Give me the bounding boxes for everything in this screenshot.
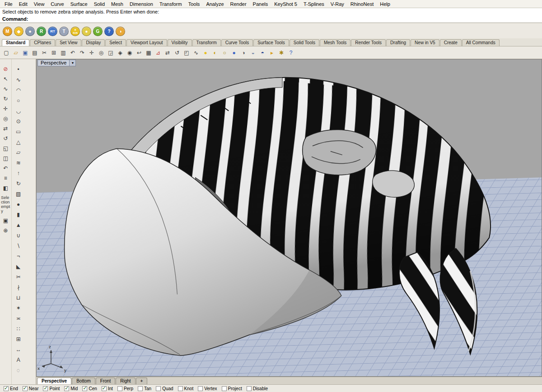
polyline-icon[interactable]: ∿ [13,75,24,85]
osnap-icon[interactable]: ⊕ [0,226,10,235]
osnap-int[interactable]: Int [102,386,113,391]
sphere-icon[interactable]: ● [13,199,24,209]
join-icon[interactable]: ⊔ [13,293,24,303]
curve-icon[interactable]: ◠ [13,85,24,95]
zoom-window-icon[interactable]: ◲ [106,48,115,57]
extrude-icon[interactable]: ↑ [13,168,24,178]
osnap-quad[interactable]: Quad [156,386,173,391]
menu-tsplines[interactable]: T-Splines [300,1,327,7]
sun-icon[interactable]: ☀SUN [70,27,80,36]
menu-file[interactable]: File [1,1,16,7]
redo-icon[interactable]: ↷ [78,48,87,57]
pan-view-icon[interactable]: ✛ [0,104,10,113]
checkbox-icon[interactable] [4,386,9,391]
menu-transform[interactable]: Transform [156,1,185,7]
car-icon[interactable]: ⊿ [154,48,163,57]
revolve-icon[interactable]: ↻ [13,179,24,189]
toolbar-tab-all-commands[interactable]: All Commands [462,39,500,46]
display-mode-icon[interactable]: ◧ [0,184,10,193]
cone-icon[interactable]: ▲ [13,220,24,230]
move-icon[interactable]: ⇄ [163,48,172,57]
flag-icon[interactable]: ▸ [267,48,276,57]
toolbar-tab-solid-tools[interactable]: Solid Tools [290,39,319,46]
copy-icon[interactable]: ⊞ [49,48,58,57]
polygon-icon[interactable]: △ [13,137,24,147]
ghosted-sphere-icon[interactable]: ◒ [248,48,257,57]
toolbar-tab-new-in-v5[interactable]: New in V5 [411,39,439,46]
scale-icon[interactable]: ◱ [0,144,10,153]
open-file-icon[interactable]: ▱ [11,48,20,57]
help-icon[interactable]: ? [286,48,295,57]
rectangle-icon[interactable]: ▭ [13,127,24,137]
tsplines-plugin-icon[interactable]: T [59,27,69,36]
boolean-union-icon[interactable]: ∪ [13,231,24,240]
undo-icon[interactable]: ↶ [0,164,10,173]
help-plugin-icon[interactable]: ? [104,27,114,36]
checkbox-icon[interactable] [117,386,122,391]
viewport-tab-right[interactable]: Right [116,378,135,384]
fillet-icon[interactable]: ¬ [13,251,24,261]
single-point-icon[interactable]: • [13,65,24,74]
toolbar-tab-select[interactable]: Select [105,39,126,46]
menu-panels[interactable]: Panels [250,1,271,7]
boolean-difference-icon[interactable]: ∖ [13,241,24,251]
bulb-half-icon[interactable]: ◐ [210,48,220,57]
gear-icon[interactable]: ✱ [277,48,286,57]
viewport-tab-bottom[interactable]: Bottom [72,378,95,384]
menu-help[interactable]: Help [377,1,393,7]
render-plugin-icon[interactable]: R [37,27,46,36]
bulb-on-icon[interactable]: ● [201,48,210,57]
osnap-perp[interactable]: Perp [117,386,133,391]
zoom-dynamic-icon[interactable]: ◎ [97,48,106,57]
menu-edit[interactable]: Edit [16,1,31,7]
cylinder-icon[interactable]: ▮ [13,210,24,220]
rhinoterrain-plugin-icon[interactable]: RT [48,27,57,36]
cancel-icon[interactable]: ⊘ [0,65,10,74]
viewport-menu-arrow-icon[interactable]: ▼ [69,60,75,66]
osnap-tan[interactable]: Tan [138,386,151,391]
viewport-tab-perspective[interactable]: Perspective [37,378,71,384]
array-icon[interactable]: ∷ [13,324,24,334]
osnap-vertex[interactable]: Vertex [198,386,217,391]
layers-icon[interactable]: ≡ [0,174,10,183]
mirror-icon[interactable]: ◫ [0,154,10,163]
checkbox-icon[interactable] [156,386,161,391]
arc-icon[interactable]: ◡ [13,106,24,116]
hide-icon[interactable]: ◌ [13,365,24,375]
perspective-viewport[interactable]: z y x Perspective ▼ [36,59,542,377]
rotate-view-icon[interactable]: ↻ [0,94,10,103]
toolbar-tab-curve-tools[interactable]: Curve Tools [221,39,253,46]
new-file-icon[interactable]: ▢ [2,48,11,57]
explode-icon[interactable]: ✶ [13,303,24,313]
toolbar-tab-mesh-tools[interactable]: Mesh Tools [320,39,350,46]
layout-grid-icon[interactable]: ▦ [144,48,153,57]
checkbox-icon[interactable] [102,386,107,391]
checkbox-icon[interactable] [222,386,227,391]
menu-tools[interactable]: Tools [185,1,203,7]
osnap-near[interactable]: Near [23,386,39,391]
bulb-off-icon[interactable]: ○ [220,48,229,57]
split-icon[interactable]: ∤ [13,282,24,292]
curve-point-icon[interactable]: ∿ [0,84,10,93]
checkbox-icon[interactable] [247,386,252,391]
menu-keyshot5[interactable]: KeyShot 5 [271,1,300,7]
rotate-icon[interactable]: ↺ [0,134,10,143]
chamfer-icon[interactable]: ◣ [13,262,24,272]
menu-view[interactable]: View [31,1,48,7]
checkbox-icon[interactable] [82,386,87,391]
surface-icon[interactable]: ▱ [13,148,24,157]
viewport-tab-front[interactable]: Front [96,378,115,384]
osnap-disable[interactable]: Disable [247,386,268,391]
command-input[interactable] [30,16,540,22]
menu-solid[interactable]: Solid [91,1,108,7]
pan-icon[interactable]: ✛ [87,48,96,57]
toolbar-tab-set-view[interactable]: Set View [56,39,81,46]
menu-dimension[interactable]: Dimension [126,1,156,7]
text-icon[interactable]: A [13,355,24,365]
osnap-mid[interactable]: Mid [64,386,78,391]
pointer-icon[interactable]: ↖ [0,74,10,83]
menu-analyze[interactable]: Analyze [203,1,227,7]
offset-icon[interactable]: ≍ [13,314,24,323]
menu-vray[interactable]: V-Ray [327,1,347,7]
shaded-sphere-icon[interactable]: ◑ [239,48,248,57]
